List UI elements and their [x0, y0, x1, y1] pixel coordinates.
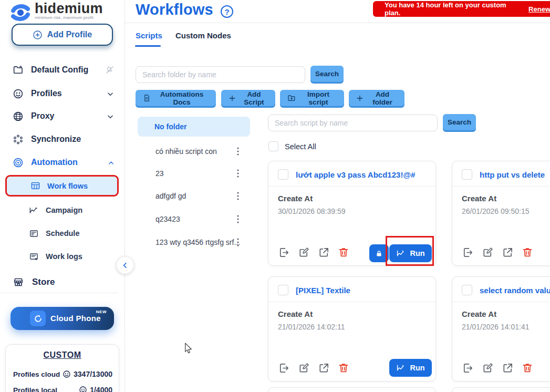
delete-script-icon[interactable] [522, 362, 534, 374]
sidebar-item-profiles[interactable]: Profiles [13, 87, 62, 100]
sidebar-item-work-flows[interactable]: Work flows [5, 175, 119, 197]
pin-slash-icon[interactable] [105, 65, 115, 75]
sidebar-item-proxy[interactable]: Proxy [13, 110, 54, 122]
edit-script-icon[interactable] [298, 246, 310, 259]
plan-title: CUSTOM [6, 350, 119, 360]
sidebar-item-label: Campaign [46, 206, 82, 214]
sidebar-item-automation[interactable]: Automation [13, 156, 78, 169]
plan-row-label: Profiles local [13, 386, 57, 392]
add-profile-button[interactable]: Add Profile [12, 24, 113, 46]
sidebar-item-synchronize[interactable]: Synchronize [13, 133, 81, 146]
folder-search-input[interactable] [136, 66, 305, 83]
delete-script-icon[interactable] [522, 246, 534, 259]
chevron-down-icon[interactable] [107, 111, 114, 122]
sidebar-item-campaign[interactable]: Campaign [29, 204, 82, 216]
export-script-icon[interactable] [278, 362, 290, 374]
folder-item[interactable]: 23 [155, 168, 240, 179]
script-search-button[interactable]: Search [443, 114, 476, 130]
sidebar-item-work-logs[interactable]: Work logs [29, 251, 82, 262]
plus-icon [229, 95, 236, 102]
add-folder-button[interactable]: Add folder [349, 90, 404, 106]
hidemium-logo[interactable]: hidemium minimum risk, maximum profit [9, 1, 103, 24]
select-all-row: Select All [268, 141, 316, 151]
store-icon [13, 276, 24, 288]
sidebar-item-store[interactable]: Store [13, 275, 55, 289]
lock-script-button[interactable] [369, 244, 389, 262]
folder-menu-icon[interactable] [234, 168, 242, 179]
campaign-icon [29, 205, 39, 215]
script-title[interactable]: lướt apple v3 pass Abcd123!@# [296, 170, 415, 179]
select-all-checkbox[interactable] [268, 141, 278, 151]
delete-script-icon[interactable] [338, 362, 350, 374]
open-script-icon[interactable] [318, 362, 330, 374]
select-all-label: Select All [285, 142, 316, 151]
run-script-button[interactable]: Run [389, 359, 432, 377]
script-card: lướt apple v3 pass Abcd123!@# Create At … [268, 161, 436, 266]
script-card: select random value tron Create At 21/01… [452, 276, 550, 381]
export-script-icon[interactable] [462, 362, 474, 374]
create-at-value: 21/01/2026 14:01:41 [452, 318, 550, 331]
chevron-up-icon[interactable] [108, 158, 115, 168]
script-card: [PIXEL] Textile Create At 21/01/2026 14:… [268, 276, 436, 381]
folder-item[interactable]: q23423 [155, 214, 240, 224]
sidebar-item-schedule[interactable]: Schedule [29, 228, 79, 239]
folder-item[interactable]: có nhiều script con [155, 146, 240, 157]
folder-search-button[interactable]: Search [310, 66, 344, 82]
plus-icon [356, 95, 364, 102]
folder-menu-icon[interactable] [234, 146, 242, 157]
script-title[interactable]: [PIXEL] Textile [296, 286, 350, 295]
script-title[interactable]: select random value tron [480, 286, 550, 295]
create-at-value: 26/01/2026 09:50:15 [452, 203, 550, 215]
create-at-value: 30/01/2026 08:39:59 [268, 203, 435, 215]
add-script-label: Add Script [240, 90, 268, 106]
script-checkbox[interactable] [278, 285, 288, 295]
chevron-left-icon [121, 262, 129, 269]
edit-script-icon[interactable] [482, 362, 494, 374]
import-folder-icon [287, 94, 296, 102]
script-card: http put vs delete Create At 26/01/2026 … [452, 161, 550, 266]
folder-menu-icon[interactable] [234, 191, 242, 201]
script-search-input[interactable] [268, 115, 438, 131]
folder-item-label: No folder [154, 122, 186, 131]
tab-scripts[interactable]: Scripts [136, 31, 162, 40]
folder-item-no-folder[interactable]: No folder [138, 117, 250, 137]
banner-text: You have 14 hour left on your custom pla… [385, 1, 515, 17]
new-badge: NEW [96, 310, 107, 314]
tab-custom-nodes[interactable]: Custom Nodes [175, 31, 231, 40]
export-script-icon[interactable] [462, 246, 474, 259]
help-icon[interactable]: ? [221, 5, 233, 18]
sidebar-item-default-config[interactable]: Default Config [13, 64, 88, 76]
create-at-label: Create At [452, 302, 550, 318]
script-title[interactable]: http put vs delete [480, 170, 545, 179]
edit-script-icon[interactable] [298, 362, 310, 374]
page-title: Workflows [136, 1, 213, 18]
sidebar-collapse-button[interactable] [117, 257, 133, 274]
folder-item[interactable]: adfgdf gd [155, 191, 240, 201]
folder-menu-icon[interactable] [234, 237, 242, 247]
renew-link[interactable]: Renew [528, 5, 550, 13]
sidebar-item-label: Proxy [31, 111, 54, 121]
users-small-icon [79, 386, 87, 392]
add-script-button[interactable]: Add Script [221, 90, 275, 106]
run-label: Run [410, 364, 424, 372]
schedule-icon [29, 229, 39, 239]
edit-script-icon[interactable] [482, 246, 494, 259]
open-script-icon[interactable] [318, 246, 330, 259]
delete-script-icon[interactable] [338, 246, 350, 259]
export-script-icon[interactable] [278, 246, 290, 259]
cloud-phone-button[interactable]: Cloud Phone NEW [11, 307, 114, 330]
open-script-icon[interactable] [502, 362, 514, 374]
chevron-down-icon[interactable] [107, 89, 114, 99]
plan-card: CUSTOM Profiles cloud 3347/13000 Profile… [5, 344, 119, 392]
run-script-button[interactable]: Run [389, 244, 432, 262]
automations-docs-button[interactable]: Automations Docs [136, 90, 216, 106]
script-checkbox[interactable] [462, 169, 472, 180]
script-checkbox[interactable] [278, 169, 288, 180]
folder-menu-icon[interactable] [234, 214, 242, 224]
open-script-icon[interactable] [502, 246, 514, 259]
automation-icon [13, 157, 24, 168]
script-checkbox[interactable] [462, 285, 472, 295]
import-script-button[interactable]: Import script [280, 90, 344, 106]
folder-item[interactable]: 123 wty q3456 rtgsfg srf... [155, 237, 240, 247]
sidebar-item-label: Work flows [47, 182, 88, 190]
